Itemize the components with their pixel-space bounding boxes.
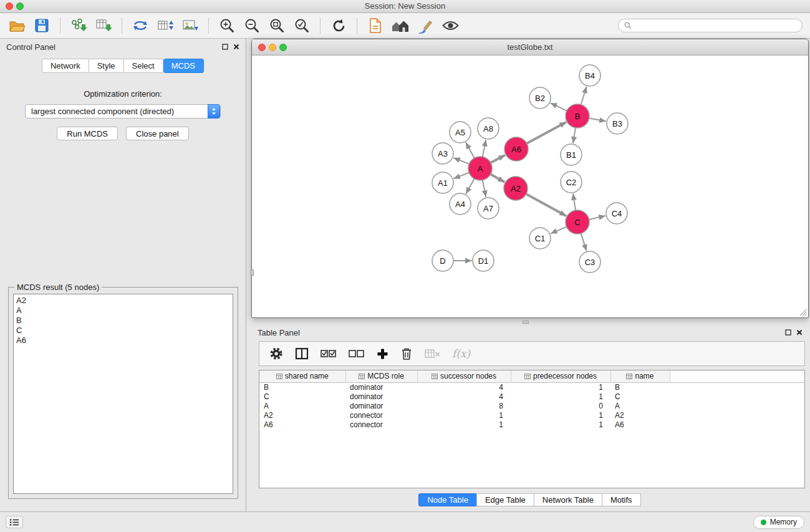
network-zoom-button[interactable] (279, 44, 287, 51)
select-all-button[interactable] (321, 349, 337, 358)
graph-edge-A-A3[interactable] (453, 158, 469, 164)
table-settings-button[interactable] (269, 347, 283, 360)
tab-network[interactable]: Network (42, 59, 89, 73)
save-session-button[interactable] (32, 16, 51, 36)
open-session-button[interactable] (7, 16, 26, 36)
tab-node-table[interactable]: Node Table (418, 493, 477, 506)
table-row[interactable]: Adominator80A (259, 401, 804, 410)
graph-edge-A2-C[interactable] (526, 194, 566, 216)
graph-edge-B-B1[interactable] (573, 128, 576, 143)
delete-column-button[interactable] (425, 349, 440, 359)
graph-edge-A-A5[interactable] (466, 142, 475, 158)
run-mcds-button[interactable]: Run MCDS (57, 127, 118, 140)
graph-edge-A-A6[interactable] (491, 155, 505, 163)
graph-edge-A6-B[interactable] (527, 122, 566, 143)
delete-column-icon (425, 349, 440, 359)
network-close-button[interactable] (258, 44, 266, 51)
graph-edge-C-C1[interactable] (551, 227, 567, 234)
zoom-fit-button[interactable] (268, 16, 286, 36)
zoom-out-button[interactable] (243, 16, 261, 36)
tab-motifs[interactable]: Motifs (602, 493, 641, 506)
close-table-panel-icon[interactable] (796, 329, 803, 336)
column-header-successor-nodes[interactable]: successor nodes (417, 370, 511, 382)
graph-edge-C-C3[interactable] (581, 233, 587, 251)
graph-edge-C-C4[interactable] (589, 216, 605, 220)
tab-mcds[interactable]: MCDS (163, 59, 204, 73)
table-cell: 4 (417, 392, 511, 401)
show-hide-button[interactable] (441, 16, 460, 36)
refresh-button[interactable] (329, 16, 348, 36)
graph-edge-A-A8[interactable] (483, 140, 486, 157)
table-row[interactable]: A2connector11A2 (259, 410, 804, 420)
graph-edge-A-A4[interactable] (466, 179, 475, 194)
column-header-shared-name[interactable]: shared name (259, 370, 345, 382)
column-header-predecessor-nodes[interactable]: predecessor nodes (511, 370, 610, 382)
float-table-panel-icon[interactable] (785, 329, 791, 336)
float-panel-icon[interactable] (222, 44, 228, 50)
mcds-result-item[interactable]: C (16, 326, 230, 336)
graph-edge-A-A1[interactable] (453, 173, 469, 179)
table-cell: 1 (511, 382, 610, 392)
search-input[interactable] (635, 21, 796, 30)
home-button[interactable] (391, 16, 410, 36)
zoom-selected-button[interactable] (292, 16, 311, 36)
close-panel-icon[interactable] (233, 44, 239, 50)
splitter-handle[interactable] (251, 269, 254, 276)
close-panel-button[interactable]: Close panel (126, 127, 189, 140)
table-row[interactable]: A6connector11A6 (259, 420, 804, 429)
network-minimize-button[interactable] (269, 44, 276, 51)
column-header-name[interactable]: name (610, 370, 670, 382)
resize-grip-icon[interactable] (799, 309, 807, 316)
import-table-file-button[interactable] (94, 16, 113, 36)
memory-button[interactable]: Memory (753, 516, 804, 529)
optimization-criterion-select[interactable]: largest connected component (directed) (25, 104, 221, 118)
close-window-button[interactable] (6, 2, 13, 10)
network-canvas[interactable]: B4B2BB3A5A8A6B1A3AA1C2A2A4A7C4CC1C3DD1 (252, 56, 808, 317)
search-box[interactable] (618, 19, 803, 32)
mcds-result-item[interactable]: B (16, 316, 230, 326)
network-graph-svg[interactable]: B4B2BB3A5A8A6B1A3AA1C2A2A4A7C4CC1C3DD1 (252, 56, 808, 317)
mcds-action-buttons: Run MCDS Close panel (0, 127, 246, 140)
table-row[interactable]: Cdominator41C (259, 392, 804, 401)
tab-edge-table[interactable]: Edge Table (476, 493, 534, 506)
tab-style[interactable]: Style (89, 59, 124, 73)
export-table-button[interactable] (156, 16, 175, 36)
graph-edge-A-A7[interactable] (483, 180, 486, 197)
show-columns-button[interactable] (295, 347, 309, 360)
graph-edge-B-B2[interactable] (551, 103, 567, 111)
splitter-handle[interactable] (523, 321, 529, 324)
show-panels-button[interactable] (6, 516, 23, 528)
table-panel-title: Table Panel (258, 328, 300, 337)
table-row[interactable]: Bdominator41B (259, 382, 804, 392)
tab-select[interactable]: Select (124, 59, 163, 73)
toolbar-separator (208, 17, 209, 34)
table-toolbar: f(x) (259, 341, 805, 366)
zoom-in-button[interactable] (218, 16, 236, 36)
import-network-file-button[interactable] (69, 16, 88, 36)
table-cell: 8 (417, 401, 511, 410)
zoom-window-button[interactable] (16, 2, 24, 10)
delete-row-button[interactable] (400, 347, 413, 360)
network-window-titlebar[interactable]: testGlobe.txt (252, 39, 808, 56)
mcds-result-item[interactable]: A (16, 306, 230, 316)
graph-edge-A-A2[interactable] (491, 174, 505, 182)
session-document-button[interactable] (366, 16, 385, 36)
graph-edge-B-B3[interactable] (589, 118, 606, 122)
node-table[interactable]: shared nameMCDS rolesuccessor nodesprede… (259, 370, 805, 488)
export-network-button[interactable] (131, 16, 150, 36)
tab-network-table[interactable]: Network Table (534, 493, 602, 506)
column-header-mcds-role[interactable]: MCDS role (345, 370, 417, 382)
unselect-all-button[interactable] (349, 349, 365, 358)
graph-edge-B-B4[interactable] (581, 87, 587, 105)
function-builder-button[interactable]: f(x) (452, 347, 470, 360)
style-brush-button[interactable] (416, 16, 435, 36)
mcds-result-list[interactable]: A2ABCA6 (13, 294, 233, 494)
graph-edge-C-C2[interactable] (573, 193, 576, 210)
mcds-result-item[interactable]: A2 (16, 296, 230, 306)
toolbar-separator (357, 17, 357, 34)
mcds-result-item[interactable]: A6 (16, 336, 230, 346)
list-icon (9, 518, 19, 526)
export-image-button[interactable] (181, 16, 200, 36)
graph-node-label-A3: A3 (438, 149, 448, 158)
add-row-button[interactable] (377, 348, 388, 360)
